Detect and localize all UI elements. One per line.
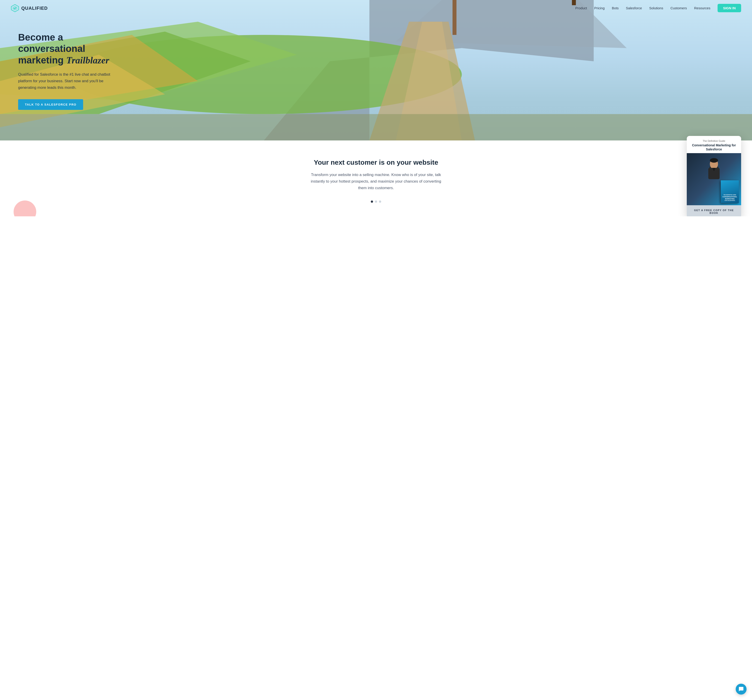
hero-section: Become a conversational marketing Trailb…: [0, 0, 752, 140]
hero-content: Become a conversational marketing Trailb…: [0, 0, 131, 110]
book-cover: The Definitive Guide CONVERSATIONALMARKE…: [687, 153, 741, 205]
dot-1[interactable]: [371, 201, 373, 203]
book-widget: The Definitive Guide Conversational Mark…: [687, 136, 741, 216]
section2-title: Your next customer is on your website: [11, 159, 741, 166]
book-guide-label: The Definitive Guide: [690, 140, 738, 142]
navbar: QUALIFIED Product Pricing Bots Salesforc…: [0, 0, 752, 16]
nav-pricing[interactable]: Pricing: [594, 6, 604, 10]
logo-link[interactable]: QUALIFIED: [11, 4, 48, 12]
dots-indicator: [11, 201, 741, 203]
dot-2[interactable]: [375, 201, 377, 203]
hero-heading-italic: Trailblazer: [66, 55, 109, 65]
section2: The Definitive Guide Conversational Mark…: [0, 140, 752, 216]
signin-button[interactable]: SIGN IN: [718, 4, 741, 12]
svg-point-45: [710, 158, 718, 163]
svg-marker-1: [12, 6, 17, 11]
pink-circle-decoration: [14, 201, 36, 216]
logo-icon: [11, 4, 19, 12]
logo-text: QUALIFIED: [21, 6, 48, 11]
hero-cta-button[interactable]: TALK TO A SALESFORCE PRO: [18, 99, 83, 110]
section2-text: Transform your website into a selling ma…: [308, 172, 444, 191]
book-person-svg: [704, 156, 724, 182]
book-widget-title: Conversational Marketing for Salesforce: [690, 143, 738, 151]
nav-bots[interactable]: Bots: [612, 6, 618, 10]
nav-customers[interactable]: Customers: [670, 6, 687, 10]
nav-resources[interactable]: Resources: [694, 6, 710, 10]
nav-product[interactable]: Product: [575, 6, 587, 10]
hero-subtext: Qualified for Salesforce is the #1 live …: [18, 72, 122, 91]
hero-heading: Become a conversational marketing Trailb…: [18, 32, 131, 66]
svg-rect-42: [0, 114, 752, 140]
book-cta-button[interactable]: GET A FREE COPY OF THE BOOK: [687, 205, 741, 216]
nav-solutions[interactable]: Solutions: [649, 6, 663, 10]
book-cover-inner: The Definitive Guide CONVERSATIONALMARKE…: [721, 180, 739, 203]
nav-salesforce[interactable]: Salesforce: [626, 6, 642, 10]
book-widget-header: The Definitive Guide Conversational Mark…: [687, 136, 741, 153]
dot-3[interactable]: [379, 201, 381, 203]
nav-links: Product Pricing Bots Salesforce Solution…: [575, 6, 741, 10]
